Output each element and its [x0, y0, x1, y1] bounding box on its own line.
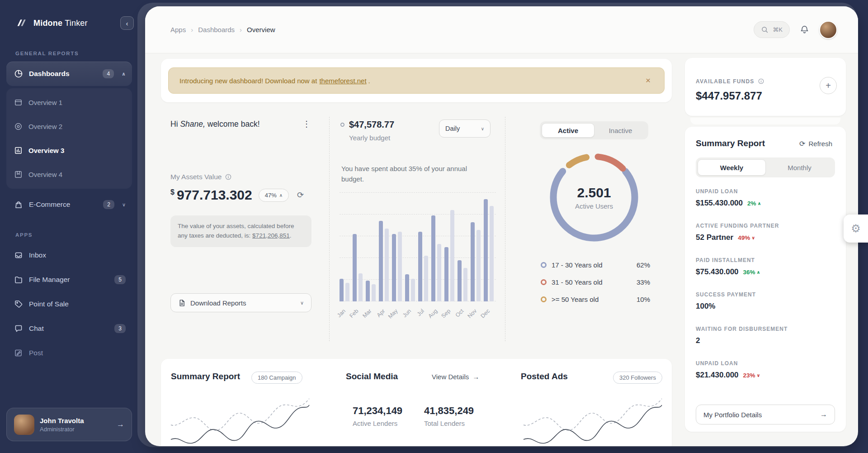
pie-chart-icon — [14, 69, 23, 78]
yearly-budget-chart: JanFebMarAprMayJunJulAugSepOctNovDec — [340, 193, 496, 329]
sidebar-item-overview-2[interactable]: Overview 2 — [6, 114, 132, 138]
sidebar-section-general-reports: GENERAL REPORTS — [15, 51, 139, 56]
bar-group-sep: Sep — [444, 210, 454, 301]
portfolio-details-button[interactable]: My Portfolio Details → — [696, 405, 835, 424]
settings-fab-button[interactable]: ⚙ — [844, 215, 868, 243]
info-icon — [758, 78, 764, 85]
chevron-up-icon: ∧ — [122, 71, 126, 77]
download-reports-button[interactable]: Download Reports ∨ — [170, 293, 311, 312]
sidebar-item-post[interactable]: Post — [6, 341, 132, 365]
sidebar-item-inbox[interactable]: Inbox — [6, 243, 132, 267]
profile-role: Administrator — [40, 426, 84, 433]
active-lenders-value: 71,234,149 — [353, 405, 402, 417]
sidebar-item-label: Post — [29, 349, 126, 357]
add-funds-button[interactable]: + — [820, 77, 837, 94]
bar-group-jul: Jul — [418, 232, 428, 301]
chevron-down-icon: ∨ — [122, 202, 126, 208]
welcome-name: Shane, — [180, 119, 205, 129]
yearly-budget-header: $47,578.77 Yearly budget — [340, 119, 394, 142]
active-users-caption: Active Users — [575, 202, 613, 210]
plus-icon: + — [826, 81, 831, 91]
sidebar-item-label: E-Commerce — [29, 200, 97, 209]
bar-group-aug: Aug — [431, 215, 441, 301]
bar-group-feb: Feb — [353, 234, 363, 301]
user-avatar[interactable] — [819, 21, 837, 39]
dashboards-submenu: Overview 1 Overview 2 Overview 3 Overvie… — [6, 88, 132, 189]
sidebar-item-label: Point of Sale — [29, 300, 126, 308]
tab-weekly[interactable]: Weekly — [698, 159, 766, 176]
sidebar-collapse-button[interactable]: ‹ — [120, 16, 134, 30]
column-divider — [329, 117, 330, 341]
sidebar-item-ecommerce[interactable]: E-Commerce 2 ∨ — [6, 192, 132, 217]
search-input[interactable]: ⌘K — [754, 21, 790, 38]
sidebar-item-file-manager[interactable]: File Manager 5 — [6, 267, 132, 292]
bar-group-may: May — [392, 232, 402, 301]
notifications-button[interactable] — [800, 25, 809, 34]
sidebar-item-overview-1[interactable]: Overview 1 — [6, 91, 132, 114]
sidebar-item-point-of-sale[interactable]: Point of Sale — [6, 292, 132, 316]
ads-sparkline — [523, 385, 664, 446]
refresh-icon: ⟳ — [799, 139, 805, 148]
bell-icon — [800, 25, 809, 34]
banner-text: Introducing new dashboard! Download now … — [179, 77, 317, 85]
budget-period-select[interactable]: Daily ∨ — [439, 119, 491, 138]
breadcrumb-apps[interactable]: Apps — [170, 26, 186, 33]
welcome-message: Hi Shane, welcome back! — [170, 119, 260, 129]
sidebar-item-dashboards[interactable]: Dashboards 4 ∧ — [6, 62, 132, 86]
assets-refresh-button[interactable]: ⟳ — [294, 190, 307, 200]
sidebar: MidoneTinker ‹ GENERAL REPORTS Dashboard… — [0, 0, 139, 453]
assets-title: My Assets Value — [170, 173, 222, 181]
campaign-badge: 180 Campaign — [251, 372, 302, 384]
active-users-count: 2.501 — [577, 185, 611, 200]
sidebar-item-label: Chat — [29, 324, 108, 333]
tab-monthly[interactable]: Monthly — [766, 159, 833, 176]
tab-active[interactable]: Active — [542, 123, 594, 138]
legend-item: >= 50 Years old 10% — [541, 292, 650, 306]
shopping-bag-icon — [14, 200, 23, 209]
announcement-banner: Introducing new dashboard! Download now … — [168, 67, 665, 94]
stat-delta: 49%∨ — [738, 234, 755, 241]
sidebar-item-chat[interactable]: Chat 3 — [6, 316, 132, 341]
sidebar-item-overview-4[interactable]: Overview 4 — [6, 162, 132, 186]
currency-symbol: $ — [170, 188, 175, 196]
available-funds-card: AVAILABLE FUNDS $447.957.877 + — [685, 58, 846, 116]
sidebar-profile-card[interactable]: John Travolta Administrator → — [6, 408, 132, 441]
view-details-link[interactable]: View Details → — [432, 373, 479, 381]
budget-marker-dot — [340, 123, 344, 127]
total-lenders-value: 41,835,249 — [424, 405, 474, 417]
assets-change-badge[interactable]: 47% ∧ — [259, 189, 289, 202]
sidebar-item-label: Dashboards — [29, 70, 97, 78]
tab-inactive[interactable]: Inactive — [594, 123, 646, 138]
banner-link[interactable]: themeforest.net — [319, 77, 366, 85]
sidebar-item-overview-3[interactable]: Overview 3 — [6, 138, 132, 162]
bottom-summary-card: Summary Report 180 Campaign Social Media… — [161, 359, 672, 446]
chevron-right-icon: › — [240, 26, 242, 33]
profile-avatar — [14, 415, 34, 435]
arrow-right-icon: → — [117, 420, 124, 429]
available-funds-value: $447.957.877 — [696, 90, 762, 102]
followers-badge: 320 Followers — [613, 372, 662, 384]
chevron-up-icon: ∧ — [757, 270, 760, 275]
bar-chart-plot: JanFebMarAprMayJunJulAugSepOctNovDec — [340, 193, 496, 301]
refresh-button[interactable]: ⟳ Refresh — [797, 139, 835, 148]
stat-waiting-disbursement: WAITING FOR DISBURSEMENT 2 — [696, 326, 835, 345]
stat-delta: 36%∧ — [743, 269, 760, 276]
social-media-title: Social Media — [346, 372, 398, 381]
legend-dot — [541, 296, 547, 302]
profile-name: John Travolta — [40, 416, 84, 425]
banner-close-button[interactable]: × — [643, 75, 653, 86]
welcome-row: Hi Shane, welcome back! ⋮ — [170, 119, 313, 129]
bar-group-jan: Jan — [340, 279, 349, 301]
stat-active-funding-partner: ACTIVE FUNDING PARTNER 52 Partner 49%∨ — [696, 223, 835, 242]
welcome-menu-button[interactable]: ⋮ — [300, 119, 313, 129]
topbar-actions: ⌘K — [754, 21, 837, 39]
column-divider — [505, 117, 505, 341]
disc-icon — [14, 122, 23, 131]
summary-report-title: Summary Report — [171, 372, 240, 381]
posted-ads-title: Posted Ads — [521, 372, 568, 381]
available-funds-label-row: AVAILABLE FUNDS — [696, 78, 764, 85]
tag-icon — [14, 300, 23, 309]
breadcrumb-dashboards[interactable]: Dashboards — [198, 26, 235, 33]
refresh-icon: ⟳ — [297, 191, 304, 200]
summary-report-panel: Summary Report ⟳ Refresh Weekly Monthly … — [685, 127, 846, 432]
